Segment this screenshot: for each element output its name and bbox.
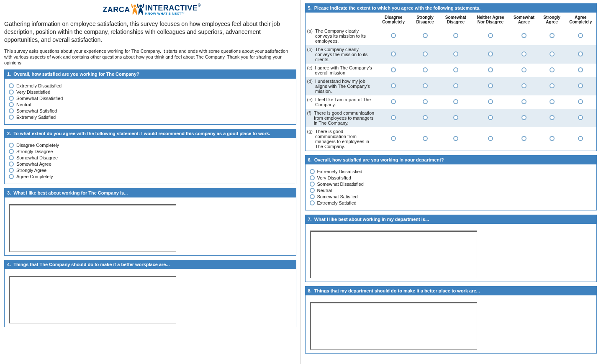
- q6-radio-0[interactable]: [310, 169, 315, 174]
- q5-radio-2-1[interactable]: [423, 67, 428, 72]
- q8-body: [305, 295, 597, 354]
- q5-row-2-idx: (c): [307, 65, 313, 75]
- q6-radio-2[interactable]: [310, 182, 315, 187]
- q5-radio-5-0[interactable]: [391, 115, 396, 120]
- q6-radio-3[interactable]: [310, 188, 315, 193]
- q5-radio-6-6[interactable]: [578, 136, 583, 141]
- q5-col-4: Somewhat Agree: [509, 13, 539, 27]
- q5-radio-1-1[interactable]: [423, 51, 428, 56]
- q2-option-5: Agree Completely: [16, 174, 53, 179]
- q5-radio-0-3[interactable]: [488, 33, 493, 38]
- survey-page: ZARCA: [0, 0, 601, 364]
- q5-radio-5-3[interactable]: [488, 115, 493, 120]
- q2-radio-1[interactable]: [9, 149, 14, 154]
- q5-col-3: Neither Agree Nor Disagree: [472, 13, 509, 27]
- q5-radio-5-6[interactable]: [578, 115, 583, 120]
- q3-body: [4, 197, 296, 256]
- q2-radio-5[interactable]: [9, 174, 14, 179]
- q5-radio-5-1[interactable]: [423, 115, 428, 120]
- q5-radio-2-2[interactable]: [453, 67, 458, 72]
- q5-number: 5.: [308, 5, 312, 10]
- q5-radio-2-3[interactable]: [488, 67, 493, 72]
- q2-radio-0[interactable]: [9, 143, 14, 148]
- q1-option-3: Neutral: [16, 102, 31, 107]
- q5-radio-4-6[interactable]: [578, 99, 583, 104]
- q5-radio-1-6[interactable]: [578, 51, 583, 56]
- intro-main: Gathering information on employee satisf…: [4, 20, 296, 44]
- q1-radio-1[interactable]: [9, 90, 14, 95]
- q5-radio-3-3[interactable]: [488, 83, 493, 88]
- q5-radio-4-0[interactable]: [391, 99, 396, 104]
- q5-row-5: (f)There is good communication from empl…: [306, 109, 597, 127]
- q5-radio-1-3[interactable]: [488, 51, 493, 56]
- q5-radio-5-2[interactable]: [453, 115, 458, 120]
- q8-title: Things that my department should do to m…: [314, 288, 480, 293]
- q1-radio-2[interactable]: [9, 96, 14, 101]
- q2-radio-4[interactable]: [9, 168, 14, 173]
- q5-row-4-idx: (e): [307, 97, 313, 107]
- q5-radio-0-1[interactable]: [423, 33, 428, 38]
- q6-option-1: Very Dissatisfied: [317, 175, 351, 180]
- q5-radio-4-3[interactable]: [488, 99, 493, 104]
- q1-radio-5[interactable]: [9, 115, 14, 120]
- q7-textarea[interactable]: [310, 231, 477, 278]
- q5-row-2-text: I agree with The Company's overall missi…: [315, 65, 375, 75]
- q5-radio-1-2[interactable]: [453, 51, 458, 56]
- q5-row-3-idx: (d): [307, 79, 313, 94]
- q5-radio-6-1[interactable]: [423, 136, 428, 141]
- q5-radio-0-6[interactable]: [578, 33, 583, 38]
- q3-number: 3.: [7, 190, 11, 195]
- q5-radio-6-4[interactable]: [521, 136, 527, 141]
- q4-header: 4. Things that The Company should do to …: [4, 260, 296, 269]
- q5-radio-2-6[interactable]: [578, 67, 583, 72]
- q5-radio-6-2[interactable]: [453, 136, 458, 141]
- q1-header: 1. Overall, how satisfied are you workin…: [4, 69, 296, 79]
- q2-option-3: Somewhat Agree: [16, 161, 51, 167]
- q5-radio-6-3[interactable]: [488, 136, 493, 141]
- q6-radio-1[interactable]: [310, 175, 315, 180]
- q4-textarea[interactable]: [9, 276, 176, 323]
- q6-radio-4[interactable]: [310, 194, 315, 199]
- q5-row-4-text: I feel like I am a part of The Company.: [315, 97, 375, 107]
- q5-radio-5-4[interactable]: [521, 115, 527, 120]
- q5-radio-4-4[interactable]: [521, 99, 527, 104]
- q6-radio-5[interactable]: [310, 200, 315, 205]
- q2-radio-2[interactable]: [9, 155, 14, 160]
- q5-radio-0-5[interactable]: [550, 33, 555, 38]
- q2-body: Disagree Completely Strongly Disagree So…: [4, 138, 296, 184]
- q5-radio-3-1[interactable]: [423, 83, 428, 88]
- q2-header: 2. To what extent do you agree with the …: [4, 129, 296, 138]
- q5-row-2: (c)I agree with The Company's overall mi…: [306, 64, 597, 77]
- q2-radio-3[interactable]: [9, 161, 14, 167]
- q5-radio-4-1[interactable]: [423, 99, 428, 104]
- q1-radio-4[interactable]: [9, 108, 14, 113]
- q5-radio-1-0[interactable]: [391, 51, 396, 56]
- q5-radio-3-0[interactable]: [391, 83, 396, 88]
- q5-radio-3-6[interactable]: [578, 83, 583, 88]
- q5-radio-0-2[interactable]: [453, 33, 458, 38]
- q5-radio-3-4[interactable]: [521, 83, 527, 88]
- q5-radio-3-2[interactable]: [453, 83, 458, 88]
- q5-radio-2-0[interactable]: [391, 67, 396, 72]
- q5-radio-2-5[interactable]: [550, 67, 555, 72]
- q5-radio-6-0[interactable]: [391, 136, 396, 141]
- q6-option-0: Extremely Dissatisfied: [317, 169, 362, 174]
- q5-radio-1-4[interactable]: [521, 51, 527, 56]
- q5-radio-4-2[interactable]: [453, 99, 458, 104]
- q5-radio-1-5[interactable]: [550, 51, 555, 56]
- q3-textarea[interactable]: [9, 204, 176, 252]
- q1-radio-3[interactable]: [9, 102, 14, 107]
- logo-people-icon: [131, 3, 144, 16]
- q5-row-1-text: The Company clearly conveys the mission …: [315, 47, 375, 62]
- q5-radio-0-0[interactable]: [391, 33, 396, 38]
- q1-radio-0[interactable]: [9, 83, 14, 88]
- q5-radio-6-5[interactable]: [550, 136, 555, 141]
- q5-radio-3-5[interactable]: [550, 83, 555, 88]
- q6-number: 6.: [308, 157, 312, 162]
- q5-radio-2-4[interactable]: [521, 67, 527, 72]
- q5-radio-5-5[interactable]: [550, 115, 555, 120]
- q6-title: Overall, how satisfied are you working i…: [314, 157, 444, 162]
- q5-radio-4-5[interactable]: [550, 99, 555, 104]
- q8-textarea[interactable]: [310, 302, 477, 350]
- q5-radio-0-4[interactable]: [521, 33, 527, 38]
